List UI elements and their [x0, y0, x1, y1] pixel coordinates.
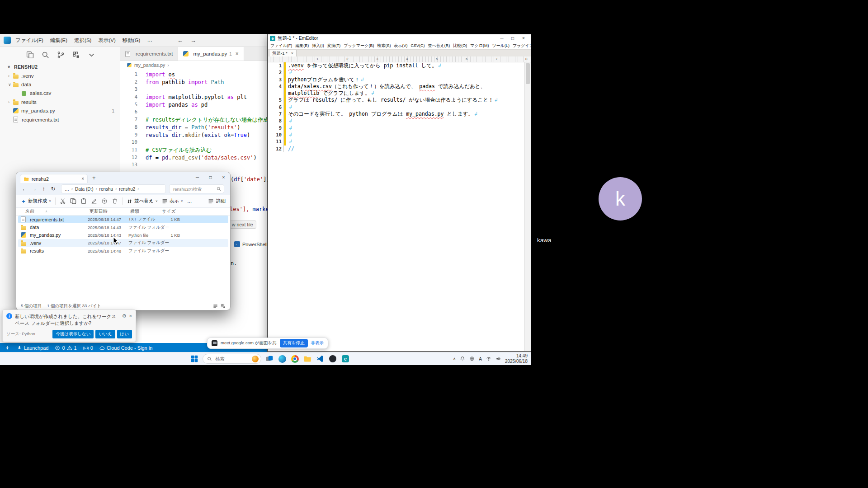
- paste-button[interactable]: [80, 198, 87, 204]
- menu-item[interactable]: 変換(T): [327, 43, 341, 49]
- stop-sharing-button[interactable]: 共有を停止: [280, 339, 308, 347]
- code-line[interactable]: 3: [120, 86, 267, 94]
- close-icon[interactable]: ×: [236, 51, 239, 57]
- tray-expand-icon[interactable]: ∧: [453, 357, 456, 361]
- explorer-search[interactable]: [169, 184, 224, 193]
- close-icon[interactable]: ×: [291, 51, 293, 56]
- menu-selection[interactable]: 選択(S): [74, 37, 91, 44]
- close-icon[interactable]: ×: [217, 172, 230, 183]
- files-icon[interactable]: [26, 51, 34, 59]
- chevron-down-icon[interactable]: [88, 51, 95, 59]
- inline-suggestion[interactable]: w next file: [229, 221, 256, 229]
- edge-button[interactable]: [278, 354, 287, 363]
- code-line[interactable]: 11# CSVファイルを読み込む: [120, 146, 267, 154]
- ime-indicator[interactable]: A: [479, 357, 482, 361]
- maximize-icon[interactable]: □: [204, 172, 217, 183]
- editor-line[interactable]: 11↲: [268, 138, 531, 145]
- scrollbar[interactable]: [524, 62, 531, 351]
- more-options-button[interactable]: …: [187, 198, 192, 204]
- menu-view[interactable]: 表示(V): [98, 37, 115, 44]
- explorer-tab[interactable]: renshu2 ×: [20, 174, 88, 183]
- taskbar-search[interactable]: [203, 354, 261, 364]
- menu-go[interactable]: 移動(G): [123, 37, 141, 44]
- column-type[interactable]: 種類: [130, 208, 162, 215]
- menu-item[interactable]: マクロ(M): [470, 43, 489, 49]
- copy-button[interactable]: [70, 198, 76, 204]
- sidebar-item[interactable]: requirements.txt: [0, 115, 120, 124]
- column-modified[interactable]: 更新日時: [90, 208, 130, 215]
- file-row[interactable]: .venv2025/06/18 14:47ファイル フォルダー: [18, 239, 228, 247]
- column-name[interactable]: 名前∧: [19, 208, 90, 215]
- code-editor[interactable]: 1import os2from pathlib import Path34imp…: [120, 69, 267, 169]
- sidebar-item[interactable]: ›.venv: [0, 71, 120, 80]
- code-line[interactable]: 6: [120, 108, 267, 116]
- chrome-button[interactable]: [290, 354, 299, 363]
- editor-line[interactable]: 6↲: [268, 104, 531, 111]
- crumb-drive[interactable]: Data (D:): [75, 187, 94, 192]
- editor-line[interactable]: 8↲: [268, 117, 531, 124]
- code-line[interactable]: 9results_dir.mkdir(exist_ok=True): [120, 131, 267, 139]
- menu-item[interactable]: ツール(L): [492, 43, 509, 49]
- maximize-icon[interactable]: □: [507, 36, 518, 41]
- extensions-icon[interactable]: [72, 51, 80, 59]
- crumb-overflow[interactable]: …: [65, 187, 69, 192]
- text-area[interactable]: 1.venv を作って仮想環境に入ってから pip install して。↲2↲…: [268, 62, 531, 152]
- scrollbar-thumb[interactable]: [526, 63, 530, 84]
- menu-item[interactable]: プラグイン(P): [513, 43, 531, 49]
- editor-line[interactable]: 7そのコードを実行して。 python プログラムは my_pandas.py …: [268, 111, 531, 117]
- code-line[interactable]: 12df = pd.read_csv('data/sales.csv'): [120, 154, 267, 162]
- crumb-renshu[interactable]: renshu: [99, 187, 113, 192]
- remote-indicator[interactable]: [2, 343, 14, 353]
- github-button[interactable]: [328, 354, 337, 363]
- search-icon[interactable]: [42, 51, 49, 59]
- menu-file[interactable]: ファイル(F): [15, 37, 43, 44]
- code-line[interactable]: 8results_dir = Path('results'): [120, 124, 267, 131]
- file-explorer-button[interactable]: [303, 354, 312, 363]
- sidebar-item[interactable]: ∨data: [0, 80, 120, 89]
- editor-line[interactable]: 3pythonプログラムを書いて！↲: [268, 76, 531, 83]
- terminal-tab[interactable]: ›_ PowerShell: [234, 241, 268, 247]
- editor-line[interactable]: 10↲: [268, 131, 531, 138]
- list-view-icon[interactable]: [213, 304, 218, 309]
- sidebar-item[interactable]: sales.csv: [0, 89, 120, 98]
- menu-item[interactable]: 挿入(I): [312, 43, 324, 49]
- forward-icon[interactable]: →: [29, 186, 39, 192]
- code-line[interactable]: 5import pandas as pd: [120, 101, 267, 109]
- hide-button[interactable]: 非表示: [311, 340, 324, 346]
- start-button[interactable]: [190, 354, 199, 363]
- menu-edit[interactable]: 編集(E): [50, 37, 67, 44]
- code-line[interactable]: 4import matplotlib.pyplot as plt: [120, 94, 267, 101]
- file-row[interactable]: results2025/06/18 14:48ファイル フォルダー: [18, 247, 228, 255]
- task-view-button[interactable]: [265, 354, 274, 363]
- clock[interactable]: 14:49 2025/06/18: [505, 353, 529, 365]
- editor-line[interactable]: 12//: [268, 145, 531, 152]
- rename-button[interactable]: [91, 198, 97, 204]
- tab-untitled[interactable]: 無題-1 * ×: [269, 50, 297, 56]
- editor-line[interactable]: 4data/sales.csv（これも作って！）を読み込んで、 padas で読…: [268, 83, 531, 90]
- close-icon[interactable]: ×: [129, 313, 132, 319]
- address-bar[interactable]: … › Data (D:) › renshu › renshu2 ›: [61, 184, 166, 193]
- close-icon[interactable]: ×: [518, 36, 529, 41]
- launchpad-button[interactable]: Launchpad: [14, 343, 52, 353]
- editor-line[interactable]: 5グラフは results/ に作って。もし results/ がない場合は作る…: [268, 97, 531, 103]
- menu-item[interactable]: 検索(S): [377, 43, 391, 49]
- code-line[interactable]: 1import os: [120, 71, 267, 79]
- menu-item[interactable]: CSV(C): [410, 43, 425, 48]
- emeditor-button[interactable]: e: [341, 354, 350, 363]
- wifi-icon[interactable]: [486, 356, 491, 361]
- menu-item[interactable]: 並べ替え(R): [428, 43, 450, 49]
- editor-line[interactable]: 1.venv を作って仮想環境に入ってから pip install して。↲: [268, 62, 531, 69]
- editor-line[interactable]: matplotlib でグラフにします。↲: [268, 90, 531, 97]
- tab-requirements-txt[interactable]: requirements.txt: [120, 47, 178, 61]
- cloud-code-signin[interactable]: Cloud Code - Sign in: [96, 343, 156, 353]
- menu-item[interactable]: 表示(V): [394, 43, 407, 49]
- search-input[interactable]: [172, 186, 217, 192]
- globe-icon[interactable]: [469, 356, 475, 361]
- breadcrumb[interactable]: my_pandas.py ›: [120, 61, 267, 69]
- menu-item[interactable]: 比較(O): [453, 43, 467, 49]
- up-icon[interactable]: ↑: [39, 186, 48, 192]
- code-line[interactable]: 7# resultsディレクトリが存在しない場合は作成: [120, 116, 267, 124]
- new-item-button[interactable]: ＋新規作成∨: [21, 197, 51, 205]
- sidebar-item[interactable]: ›results: [0, 98, 120, 106]
- nav-forward-icon[interactable]: →: [190, 37, 196, 44]
